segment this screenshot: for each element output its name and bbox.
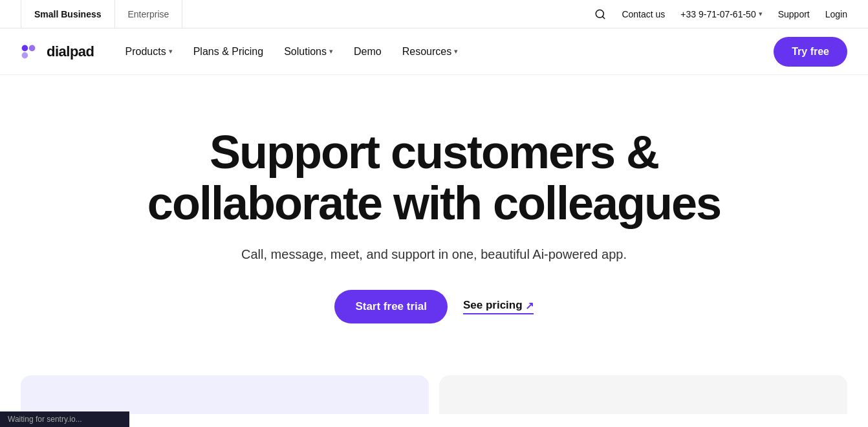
solutions-chevron-icon: ▾ xyxy=(329,47,333,56)
nav-demo-label: Demo xyxy=(354,46,382,58)
see-pricing-arrow-icon: ↗ xyxy=(525,300,534,312)
start-free-trial-button[interactable]: Start free trial xyxy=(334,290,448,323)
svg-line-1 xyxy=(603,16,605,18)
nav-plans-pricing[interactable]: Plans & Pricing xyxy=(186,41,272,63)
logo-icon xyxy=(21,44,41,60)
search-icon[interactable] xyxy=(594,8,606,20)
tab-small-business-label: Small Business xyxy=(34,9,102,19)
hero-section: Support customers & collaborate with col… xyxy=(0,75,868,362)
bottom-card-right xyxy=(439,375,847,414)
logo[interactable]: dialpad xyxy=(21,43,94,60)
nav-demo[interactable]: Demo xyxy=(346,41,389,63)
top-bar-tabs: Small Business Enterprise xyxy=(21,0,182,28)
hero-subtitle: Call, message, meet, and support in one,… xyxy=(241,245,627,264)
contact-us-label: Contact us xyxy=(622,9,665,19)
nav-resources-label: Resources xyxy=(402,46,451,58)
tab-enterprise-label: Enterprise xyxy=(128,9,169,19)
nav-links: Products ▾ Plans & Pricing Solutions ▾ D… xyxy=(118,41,466,63)
phone-chevron-icon: ▾ xyxy=(759,10,763,18)
tab-enterprise[interactable]: Enterprise xyxy=(115,0,183,28)
nav-products[interactable]: Products ▾ xyxy=(118,41,180,63)
see-pricing-link[interactable]: See pricing ↗ xyxy=(463,299,534,314)
try-free-label: Try free xyxy=(792,46,829,57)
support-label: Support xyxy=(778,9,810,19)
start-free-trial-label: Start free trial xyxy=(355,300,427,312)
resources-chevron-icon: ▾ xyxy=(454,47,458,56)
products-chevron-icon: ▾ xyxy=(169,47,173,56)
nav-products-label: Products xyxy=(125,46,166,58)
contact-us-link[interactable]: Contact us xyxy=(622,9,665,19)
nav-left: dialpad Products ▾ Plans & Pricing Solut… xyxy=(21,41,466,63)
main-nav: dialpad Products ▾ Plans & Pricing Solut… xyxy=(0,28,868,75)
tab-small-business[interactable]: Small Business xyxy=(21,0,115,28)
login-label: Login xyxy=(825,9,847,19)
bottom-cards xyxy=(0,375,868,414)
loading-bar: Waiting for sentry.io... xyxy=(0,411,129,414)
svg-point-4 xyxy=(22,52,28,58)
nav-plans-pricing-label: Plans & Pricing xyxy=(193,46,264,58)
logo-text: dialpad xyxy=(47,43,94,60)
svg-point-2 xyxy=(22,45,28,51)
top-bar: Small Business Enterprise Contact us +33… xyxy=(0,0,868,28)
phone-number[interactable]: +33 9-71-07-61-50 ▾ xyxy=(680,9,762,19)
hero-title: Support customers & collaborate with col… xyxy=(143,127,725,229)
nav-solutions[interactable]: Solutions ▾ xyxy=(276,41,341,63)
see-pricing-label: See pricing xyxy=(463,299,523,312)
support-link[interactable]: Support xyxy=(778,9,810,19)
phone-number-text: +33 9-71-07-61-50 xyxy=(680,9,755,19)
top-bar-right: Contact us +33 9-71-07-61-50 ▾ Support L… xyxy=(594,8,847,20)
login-link[interactable]: Login xyxy=(825,9,847,19)
try-free-button[interactable]: Try free xyxy=(774,37,847,67)
nav-solutions-label: Solutions xyxy=(284,46,327,58)
nav-resources[interactable]: Resources ▾ xyxy=(395,41,466,63)
svg-point-3 xyxy=(29,45,36,51)
bottom-card-left xyxy=(21,375,429,414)
hero-buttons: Start free trial See pricing ↗ xyxy=(334,290,533,323)
